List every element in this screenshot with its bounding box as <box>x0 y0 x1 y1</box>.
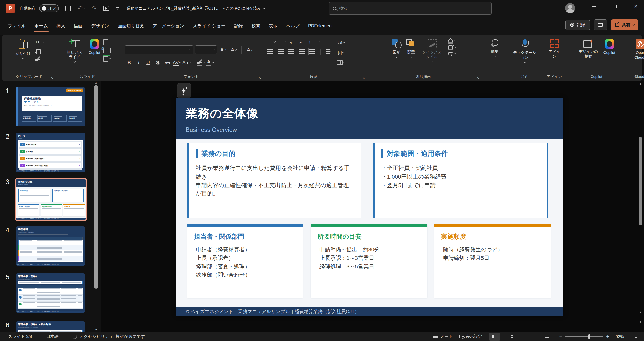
display-settings-button[interactable]: 表示設定 <box>459 334 482 339</box>
record-button[interactable]: 記録 <box>565 20 590 30</box>
clear-formatting-button[interactable]: A◊ <box>245 46 254 54</box>
slide-title[interactable]: 業務の全体像 <box>186 106 564 121</box>
zoom-slider-thumb[interactable] <box>588 334 590 339</box>
paste-button[interactable]: 貼り付け <box>14 38 32 60</box>
change-case-button[interactable]: Aa <box>182 59 191 66</box>
tab-help[interactable]: ヘルプ <box>282 20 304 31</box>
slide-editor[interactable]: 業務の全体像 Business Overview 業務の目的 社員が業務遂行中に… <box>176 98 564 316</box>
font-name-combo[interactable] <box>125 45 193 54</box>
tab-animations[interactable]: アニメーション <box>148 20 188 31</box>
minimize-button[interactable] <box>586 0 602 13</box>
bullets-button[interactable] <box>266 38 275 46</box>
font-color-button[interactable]: A <box>206 59 214 66</box>
redo-button[interactable]: ↷ <box>92 5 97 11</box>
slide-thumbnail-2[interactable]: 目 次 Contents 01 業務の全体像 3 02 事前準備 4 03 業務… <box>16 133 85 172</box>
reset-slide-button[interactable] <box>103 48 111 54</box>
tab-review[interactable]: 校閲 <box>247 20 264 31</box>
character-spacing-button[interactable]: AV <box>173 59 181 66</box>
slideshow-view-button[interactable] <box>542 333 553 341</box>
cut-button[interactable]: ✂ <box>34 39 41 45</box>
shape-outline-button[interactable] <box>448 45 456 49</box>
card-time[interactable]: 所要時間の目安 申請準備～提出：約30分 上長承認：1～3営業日 経理処理：3～… <box>311 224 427 298</box>
grow-font-button[interactable]: A^ <box>219 46 227 54</box>
card-people[interactable]: 担当者・関係部門 申請者（経費精算者） 上長（承認者） 経理部（審査・処理） 総… <box>187 224 303 298</box>
open-claude-button[interactable]: Open Claude <box>629 38 644 61</box>
next-slide-button[interactable]: ▼ <box>639 320 642 324</box>
quick-styles-button[interactable]: クイックスタイル <box>419 38 445 64</box>
columns-button[interactable] <box>325 48 333 55</box>
arrange-button[interactable]: 配置 <box>405 38 417 59</box>
align-right-button[interactable] <box>287 48 295 55</box>
tab-record[interactable]: 記録 <box>230 20 247 31</box>
align-text-button[interactable]: [↕] <box>337 49 345 56</box>
previous-slide-button[interactable]: ▲ <box>639 310 642 314</box>
format-painter-button[interactable] <box>34 56 41 62</box>
strikethrough-button[interactable]: ab <box>163 59 172 66</box>
zoom-in-button[interactable]: + <box>606 334 609 339</box>
shapes-button[interactable]: 図形 <box>390 38 403 59</box>
slide-sorter-view-button[interactable] <box>507 333 518 341</box>
copy-button[interactable] <box>34 48 41 54</box>
zoom-level[interactable]: 92% <box>616 334 624 339</box>
slide-subtitle[interactable]: Business Overview <box>186 126 237 133</box>
undo-dropdown-icon[interactable] <box>83 7 85 9</box>
tab-design[interactable]: デザイン <box>87 20 113 31</box>
reading-view-button[interactable] <box>524 333 535 341</box>
design-ideas-button[interactable]: デザインの提案 <box>576 38 600 60</box>
card-scope[interactable]: 対象範囲・適用条件 ・全正社員・契約社員 ・1,000円以上の業務経費 ・翌月5… <box>373 143 548 218</box>
autosave-toggle[interactable]: オフ <box>39 4 59 12</box>
drawing-dialog-launcher[interactable]: ↘ <box>476 76 479 80</box>
dictation-button[interactable]: ディクテーション <box>511 38 538 64</box>
addins-button[interactable]: アドイン <box>546 38 562 60</box>
zoom-slider[interactable] <box>565 336 603 337</box>
share-button[interactable]: 共有 <box>611 19 638 30</box>
increase-indent-button[interactable]: ► <box>299 38 307 46</box>
convert-smartart-button[interactable] <box>337 59 345 66</box>
decrease-indent-button[interactable]: ◄ <box>289 38 297 46</box>
designer-sparkle-button[interactable] <box>177 83 191 99</box>
justify-button[interactable] <box>298 48 306 55</box>
tab-draw[interactable]: 描画 <box>69 20 87 31</box>
maximize-button[interactable] <box>607 0 623 13</box>
notes-button[interactable]: ノート <box>433 334 453 339</box>
save-button[interactable] <box>65 6 71 11</box>
normal-view-button[interactable] <box>489 333 500 341</box>
tab-slideshow[interactable]: スライド ショー <box>188 20 230 31</box>
scroll-up-icon[interactable]: ▲ <box>95 81 98 84</box>
shrink-font-button[interactable]: A <box>229 46 238 54</box>
slide-indicator[interactable]: スライド 3/8 <box>8 334 32 339</box>
paste-options-chevron-icon[interactable] <box>43 41 45 43</box>
distribute-button[interactable] <box>308 48 316 55</box>
numbering-button[interactable] <box>277 38 287 46</box>
slide-layout-button[interactable] <box>103 39 111 45</box>
shape-effects-button[interactable] <box>448 52 456 56</box>
fit-to-window-button[interactable] <box>630 333 641 341</box>
document-title[interactable]: 業務マニュアルサンプル_経費精算_新入社員OJT… <box>126 6 220 11</box>
underline-button[interactable]: U <box>144 59 152 66</box>
align-left-button[interactable] <box>266 48 274 55</box>
zoom-out-button[interactable]: − <box>559 334 562 339</box>
tab-pdfelement[interactable]: PDFelement <box>304 21 337 31</box>
scroll-up-icon[interactable]: ▲ <box>639 82 642 86</box>
bold-button[interactable]: B <box>125 59 133 66</box>
section-button[interactable] <box>103 56 111 62</box>
slide-thumbnail-4[interactable]: 事前準備 Pre-work Checklist ー 経費精算業務 © ベイズマネ… <box>16 226 85 266</box>
scrollbar-thumb[interactable] <box>639 137 642 225</box>
slide-thumbnail-5[interactable]: 業務手順（前半） Step-by-Step Procedure ①～③ © ベイ… <box>16 273 85 313</box>
canvas-scrollbar[interactable]: ▲ ▲ ▼ <box>638 81 642 332</box>
copilot-slides-button[interactable]: Copilot <box>87 38 102 56</box>
scroll-down-icon[interactable]: ▼ <box>95 328 98 331</box>
font-dialog-launcher[interactable]: ↘ <box>258 76 261 80</box>
new-slide-button[interactable]: 新しいスライド <box>64 38 86 64</box>
text-shadow-button[interactable]: S <box>153 59 162 66</box>
save-status[interactable]: • この PC に保存済み <box>223 6 265 11</box>
tab-home[interactable]: ホーム <box>30 20 52 31</box>
tab-view[interactable]: 表示 <box>264 20 282 31</box>
slide-thumbnail-3-selected[interactable]: 業務の全体像 Business Overview 業務の目的 対象範囲・適用条件… <box>15 178 87 221</box>
slide-title-block[interactable]: 業務の全体像 Business Overview <box>176 98 564 139</box>
highlight-color-button[interactable] <box>196 59 205 66</box>
italic-button[interactable]: I <box>134 59 143 66</box>
tab-transitions[interactable]: 画面切り替え <box>113 20 149 31</box>
powerpoint-logo-icon[interactable]: P <box>6 4 15 13</box>
paragraph-dialog-launcher[interactable]: ↘ <box>362 76 365 80</box>
